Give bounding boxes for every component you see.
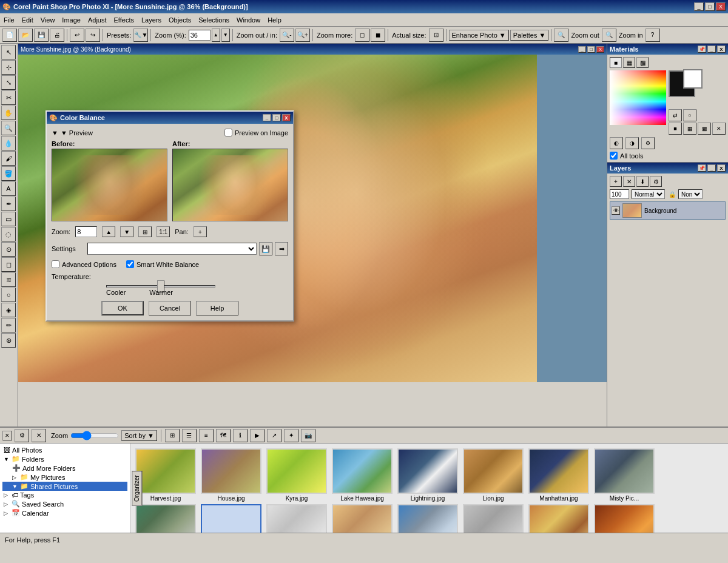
advanced-options-checkbox[interactable]	[52, 260, 59, 268]
tool-retouch[interactable]: ◌	[1, 227, 16, 241]
fg-solid-btn[interactable]: ■	[669, 123, 682, 135]
menu-selections[interactable]: Selections	[195, 15, 233, 25]
tool-pen[interactable]: ✏	[1, 318, 16, 332]
menu-image[interactable]: Image	[58, 15, 84, 25]
presets-dropdown[interactable]: 🔧▼	[133, 29, 148, 42]
tool-select[interactable]: ⊹	[1, 60, 16, 75]
tool-dropper[interactable]: 💧	[1, 136, 16, 150]
thumb-ourhouse[interactable]: Our House.jpg	[594, 504, 655, 533]
color-mode-btn[interactable]: ◑	[625, 137, 639, 149]
tree-my-pictures[interactable]: ▷ 📁 My Pictures	[2, 473, 127, 482]
tool-deform[interactable]: ⤡	[1, 75, 16, 90]
merge-btn[interactable]: ⬇	[636, 176, 649, 187]
sort-by-btn[interactable]: Sort by ▼	[121, 430, 157, 441]
zoom-more-btn2[interactable]: ◼	[371, 29, 385, 42]
menu-view[interactable]: View	[37, 15, 59, 25]
thumb-mother1[interactable]: Mother...	[266, 504, 327, 533]
thumb-mountains[interactable]: Mountains.jpg	[397, 504, 458, 533]
tool-paint[interactable]: 🖌	[1, 151, 16, 166]
inner-close[interactable]: X	[596, 46, 604, 53]
tree-shared-pictures[interactable]: ▼ 📁 Shared Pictures	[2, 482, 127, 491]
mat-close-btn[interactable]: X	[717, 46, 726, 53]
menu-help[interactable]: Help	[264, 15, 285, 25]
zoom-in-btn[interactable]: 🔍+	[295, 29, 310, 42]
zoom-input[interactable]	[75, 226, 97, 237]
new-btn[interactable]: 📄	[2, 29, 17, 42]
tool-smudge[interactable]: ≋	[1, 272, 16, 287]
fg-pattern-btn[interactable]: ▩	[698, 123, 711, 135]
tree-all-photos[interactable]: 🖼 All Photos	[2, 446, 127, 454]
pan-btn[interactable]: +	[194, 226, 207, 237]
minimize-btn[interactable]: _	[694, 2, 704, 11]
zoom-input[interactable]	[189, 30, 211, 41]
details-view-btn[interactable]: ≡	[199, 429, 214, 442]
smart-wb-checkbox[interactable]	[126, 260, 134, 268]
layer-item-background[interactable]: 👁 Background	[610, 201, 726, 220]
dialog-maximize[interactable]: □	[272, 114, 281, 121]
undo-btn[interactable]: ↩	[70, 29, 84, 42]
color-tab[interactable]: ■	[610, 57, 622, 68]
settings-select[interactable]	[87, 243, 257, 255]
layers-min-btn[interactable]: _	[707, 164, 716, 172]
thumbnails-view-btn[interactable]: ⊞	[165, 429, 180, 442]
tool-vector[interactable]: ✒	[1, 197, 16, 211]
enhance-photo-btn[interactable]: Enhance Photo ▼	[449, 30, 509, 41]
settings-save-btn[interactable]: 💾	[259, 242, 272, 255]
settings-load-btn[interactable]: ➡	[275, 242, 288, 255]
pattern-tab[interactable]: ▩	[636, 57, 649, 68]
help-button[interactable]: Help	[196, 301, 238, 315]
all-tools-checkbox[interactable]	[610, 152, 618, 160]
tree-calendar[interactable]: ▷ 📅 Calendar	[2, 508, 127, 517]
slideshow-btn[interactable]: ▶	[250, 429, 265, 442]
fg-none-btn[interactable]: ✕	[712, 123, 726, 135]
organizer-settings-btn[interactable]: ⚙	[15, 429, 29, 442]
menu-file[interactable]: File	[0, 15, 18, 25]
fg-gradient-btn[interactable]: ▦	[683, 123, 696, 135]
zoom-down-btn[interactable]: ▼	[120, 226, 133, 237]
menu-window[interactable]: Window	[233, 15, 264, 25]
tool-clone[interactable]: ⊙	[1, 242, 16, 257]
layer-visibility-btn[interactable]: 👁	[612, 206, 620, 215]
transparency-btn[interactable]: ◐	[610, 137, 623, 149]
tool-erase[interactable]: ◻	[1, 257, 16, 272]
zoom-in-toolbar[interactable]: 🔍	[602, 29, 616, 42]
zoom-slider-org[interactable]	[70, 431, 119, 440]
share-btn[interactable]: ↗	[267, 429, 281, 442]
open-btn[interactable]: 📂	[18, 29, 33, 42]
save-btn[interactable]: 💾	[34, 29, 49, 42]
reset-colors-btn[interactable]: ○	[683, 109, 696, 121]
layer-settings-btn[interactable]: ⚙	[650, 176, 662, 187]
tool-warp[interactable]: ⊛	[1, 333, 16, 348]
mat-min-btn[interactable]: _	[707, 46, 716, 53]
thumb-montblanc[interactable]: Mont Blanc.jpg	[135, 504, 196, 533]
tool-text[interactable]: A	[1, 181, 16, 196]
tool-crop[interactable]: ✂	[1, 90, 16, 105]
layers-pin-btn[interactable]: 📌	[698, 164, 706, 172]
map-view-btn[interactable]: 🗺	[216, 429, 231, 442]
mat-pin-btn[interactable]: 📌	[698, 46, 706, 53]
thumb-father[interactable]: My Father.jpg	[463, 504, 524, 533]
zoom-up-btn[interactable]: ▲	[102, 226, 115, 237]
get-photos-btn[interactable]: 📷	[301, 429, 315, 442]
thumb-lion[interactable]: Lion.jpg	[463, 448, 524, 502]
lock-select[interactable]: None	[678, 189, 703, 199]
dialog-titlebar[interactable]: 🎨 Color Balance _ □ X	[47, 112, 293, 124]
background-color[interactable]	[683, 69, 703, 89]
thumb-house[interactable]: House.jpg	[201, 448, 261, 502]
settings-btn[interactable]: ⚙	[641, 137, 655, 149]
cancel-button[interactable]: Cancel	[149, 301, 191, 315]
thumb-lightning[interactable]: Lightning.jpg	[397, 448, 458, 502]
thumb-harvest[interactable]: Harvest.jpg	[135, 448, 196, 502]
inner-restore[interactable]: □	[587, 46, 595, 53]
menu-effects[interactable]: Effects	[110, 15, 138, 25]
redo-btn[interactable]: ↪	[86, 29, 100, 42]
temperature-slider[interactable]	[106, 285, 215, 288]
zoom-spin-up[interactable]: ▲	[212, 29, 220, 42]
thumb-sunshine[interactable]: More Sunshine.jpg	[201, 504, 261, 533]
preview-on-image-checkbox[interactable]	[224, 129, 232, 137]
menu-adjust[interactable]: Adjust	[84, 15, 110, 25]
create-btn[interactable]: ✦	[284, 429, 298, 442]
tool-dodge[interactable]: ○	[1, 288, 16, 302]
tool-pan[interactable]: ✋	[1, 106, 16, 120]
new-layer-btn[interactable]: +	[610, 176, 622, 187]
